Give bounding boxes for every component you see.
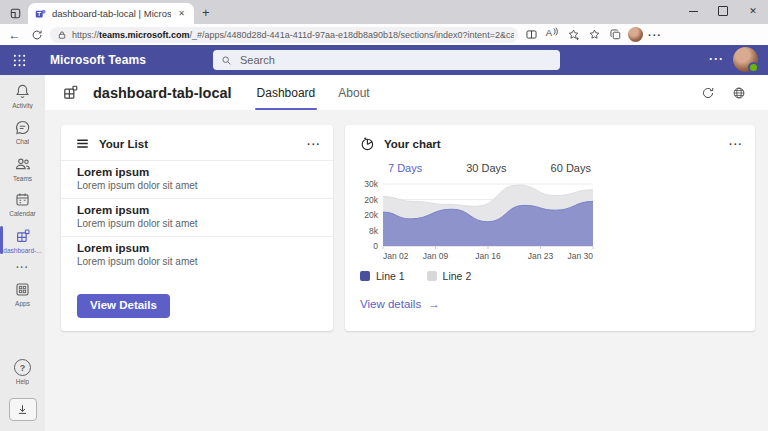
page-title: dashboard-tab-local <box>93 85 232 101</box>
teams-app-name: Microsoft Teams <box>50 53 146 67</box>
chart-card-title: Your chart <box>384 138 441 150</box>
teams-profile-avatar[interactable] <box>733 47 758 72</box>
app-launcher-icon[interactable] <box>13 54 26 67</box>
list-item[interactable]: Lorem ipsum Lorem ipsum dolor sit amet <box>61 236 333 274</box>
download-icon <box>16 403 29 416</box>
browser-profile-avatar[interactable] <box>628 27 643 42</box>
browser-settings-menu-icon[interactable]: ··· <box>648 29 662 41</box>
svg-text:Jan 09: Jan 09 <box>423 251 449 261</box>
tab-actions-icon[interactable] <box>9 7 22 20</box>
reload-tab-icon[interactable] <box>701 86 715 100</box>
pie-chart-icon <box>359 136 375 152</box>
chart-card-more-icon[interactable]: ··· <box>729 138 743 150</box>
time-range-tabs: 7 Days 30 Days 60 Days <box>388 162 755 174</box>
teams-top-bar: Microsoft Teams ··· <box>0 45 768 75</box>
range-30-days[interactable]: 30 Days <box>466 162 506 174</box>
tab-close-icon[interactable]: ✕ <box>176 9 187 18</box>
teams-favicon <box>35 8 47 20</box>
lock-icon[interactable] <box>57 30 67 40</box>
tab-about[interactable]: About <box>336 75 371 110</box>
collections-icon[interactable] <box>607 27 623 43</box>
window-minimize-button[interactable] <box>678 0 708 22</box>
add-favorite-icon[interactable] <box>565 27 581 43</box>
svg-text:20k: 20k <box>364 195 378 205</box>
window-close-button[interactable]: ✕ <box>738 0 768 22</box>
dashboard-icon <box>14 227 32 245</box>
new-tab-button[interactable]: + <box>202 6 210 20</box>
teams-search-box[interactable] <box>213 50 560 70</box>
chat-icon <box>14 119 31 136</box>
area-chart: 08k20k20k30kJan 02Jan 09Jan 16Jan 23Jan … <box>357 179 609 263</box>
list-item[interactable]: Lorem ipsum Lorem ipsum dolor sit amet <box>61 160 333 198</box>
your-chart-card: Your chart ··· 7 Days 30 Days 60 Days 08… <box>345 125 755 331</box>
svg-text:0: 0 <box>373 241 378 251</box>
help-icon: ? <box>14 359 31 376</box>
people-icon <box>14 155 32 173</box>
legend-swatch-line-1 <box>360 271 370 281</box>
arrow-right-icon: → <box>428 298 440 310</box>
sidebar-item-teams[interactable]: Teams <box>0 150 45 186</box>
sidebar-item-help[interactable]: ? Help <box>0 354 45 390</box>
svg-text:Jan 16: Jan 16 <box>475 251 501 261</box>
list-card-title: Your List <box>99 138 148 150</box>
legend-swatch-line-2 <box>427 271 437 281</box>
list-item[interactable]: Lorem ipsum Lorem ipsum dolor sit amet <box>61 198 333 236</box>
browser-tab-strip: dashboard-tab-local | Microsoft ✕ + ✕ <box>0 0 768 24</box>
list-card-more-icon[interactable]: ··· <box>307 138 321 150</box>
svg-text:Jan 30: Jan 30 <box>567 251 593 261</box>
dashboard-app-icon <box>61 83 80 102</box>
refresh-button[interactable] <box>28 26 45 43</box>
legend-line-2[interactable]: Line 2 <box>427 270 472 282</box>
sidebar-item-apps[interactable]: Apps <box>0 276 45 312</box>
app-header: dashboard-tab-local Dashboard About <box>45 75 768 110</box>
teams-more-icon[interactable]: ··· <box>709 52 724 66</box>
range-60-days[interactable]: 60 Days <box>551 162 591 174</box>
presence-available-dot <box>748 62 759 73</box>
browser-tab-title: dashboard-tab-local | Microsoft <box>52 8 171 19</box>
chart-legend: Line 1 Line 2 <box>360 270 755 282</box>
svg-text:Jan 02: Jan 02 <box>383 251 409 261</box>
url-bar[interactable]: https://teams.microsoft.com/_#/apps/4480… <box>50 27 518 43</box>
browser-tab[interactable]: dashboard-tab-local | Microsoft ✕ <box>28 3 194 24</box>
svg-text:Jan 23: Jan 23 <box>528 251 554 261</box>
window-maximize-button[interactable] <box>708 0 738 22</box>
download-desktop-app-button[interactable] <box>9 398 37 421</box>
your-list-card: Your List ··· Lorem ipsum Lorem ipsum do… <box>61 125 333 331</box>
range-7-days[interactable]: 7 Days <box>388 162 422 174</box>
favorites-icon[interactable] <box>586 27 602 43</box>
sidebar-item-dashboard[interactable]: dashboard-... <box>0 222 45 258</box>
teams-left-rail: Activity Chat Teams Calendar <box>0 75 45 431</box>
globe-icon[interactable] <box>732 86 746 100</box>
bell-icon <box>14 83 31 100</box>
read-aloud-icon[interactable]: A <box>544 27 560 43</box>
calendar-icon <box>14 191 31 208</box>
browser-window: dashboard-tab-local | Microsoft ✕ + ✕ ← … <box>0 0 768 431</box>
apps-icon <box>14 281 31 298</box>
sidebar-item-calendar[interactable]: Calendar <box>0 186 45 222</box>
more-apps-icon[interactable]: ··· <box>16 258 29 276</box>
sidebar-item-activity[interactable]: Activity <box>0 78 45 114</box>
split-screen-icon[interactable] <box>523 27 539 43</box>
svg-text:30k: 30k <box>364 179 378 189</box>
view-details-link[interactable]: View details → <box>360 298 755 310</box>
sidebar-item-chat[interactable]: Chat <box>0 114 45 150</box>
browser-toolbar: ← https://teams.microsoft.com/_#/apps/44… <box>0 24 768 45</box>
window-controls: ✕ <box>678 0 768 22</box>
back-button[interactable]: ← <box>6 26 23 43</box>
legend-line-1[interactable]: Line 1 <box>360 270 405 282</box>
svg-text:20k: 20k <box>364 210 378 220</box>
list-icon <box>75 136 90 151</box>
url-text[interactable]: https://teams.microsoft.com/_#/apps/4480… <box>72 30 514 40</box>
search-input[interactable] <box>238 53 552 67</box>
tab-dashboard[interactable]: Dashboard <box>255 75 318 110</box>
view-details-button[interactable]: View Details <box>77 294 170 319</box>
search-icon <box>221 55 232 66</box>
app-content: dashboard-tab-local Dashboard About <box>45 75 768 431</box>
svg-text:8k: 8k <box>369 226 379 236</box>
